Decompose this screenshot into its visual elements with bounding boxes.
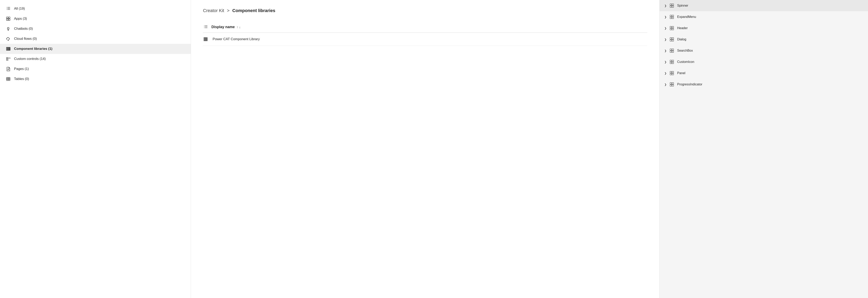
svg-rect-63	[670, 73, 672, 75]
svg-rect-61	[670, 71, 672, 73]
list-icon	[6, 6, 11, 11]
component-libraries-icon	[6, 46, 11, 52]
svg-rect-40	[672, 6, 674, 7]
panel-component-icon	[670, 71, 674, 76]
svg-rect-7	[8, 17, 10, 19]
svg-rect-49	[670, 37, 672, 39]
sidebar-item-pages[interactable]: Pages (1)	[0, 64, 191, 74]
panel-item-dialog[interactable]: ❯ Dialog	[659, 34, 868, 45]
panel-item-header-label: Header	[677, 26, 687, 30]
svg-rect-65	[670, 83, 672, 84]
sidebar-item-custom-controls[interactable]: Abc Custom controls (14)	[0, 54, 191, 64]
svg-rect-62	[672, 71, 674, 73]
breadcrumb-link[interactable]: Creator Kit	[203, 8, 224, 13]
svg-rect-8	[6, 19, 8, 21]
svg-rect-43	[670, 17, 672, 19]
panel-item-expandmenu[interactable]: ❯ ExpandMenu	[659, 11, 868, 23]
main-content: Creator Kit > Component libraries Displa…	[191, 0, 659, 298]
sidebar-item-cloud-flows-label: Cloud flows (0)	[14, 37, 37, 41]
svg-rect-55	[670, 51, 672, 53]
sidebar-item-chatbots[interactable]: Chatbots (0)	[0, 24, 191, 34]
app-layout: All (19) Apps (3)	[0, 0, 868, 298]
svg-rect-50	[672, 37, 674, 39]
svg-rect-54	[672, 49, 674, 51]
column-list-icon	[203, 24, 209, 30]
chevron-right-icon: ❯	[664, 38, 666, 41]
svg-rect-34	[205, 37, 206, 41]
panel-item-panel-label: Panel	[677, 71, 685, 75]
breadcrumb-current: Component libraries	[232, 8, 275, 13]
cloud-flows-icon	[6, 36, 11, 41]
svg-rect-66	[672, 83, 674, 84]
chevron-right-icon: ❯	[664, 49, 666, 52]
svg-rect-64	[672, 73, 674, 75]
svg-rect-42	[672, 15, 674, 17]
panel-item-spinner[interactable]: ❯ Spinner	[659, 0, 868, 11]
sidebar-item-tables-label: Tables (0)	[14, 77, 29, 81]
svg-text:Abc: Abc	[8, 57, 10, 59]
panel-item-searchbox[interactable]: ❯ SearchBox	[659, 45, 868, 56]
breadcrumb: Creator Kit > Component libraries	[203, 8, 647, 13]
svg-rect-17	[6, 57, 8, 59]
sidebar-item-apps[interactable]: Apps (3)	[0, 14, 191, 24]
svg-rect-6	[6, 17, 8, 19]
svg-rect-58	[672, 60, 674, 62]
panel-item-progressindicator[interactable]: ❯ ProgressIndicator	[659, 79, 868, 90]
svg-rect-59	[670, 62, 672, 64]
svg-rect-36	[207, 37, 207, 41]
svg-rect-13	[6, 47, 7, 50]
panel-item-dialog-label: Dialog	[677, 37, 686, 41]
dialog-component-icon	[670, 37, 674, 42]
right-panel: ❯ Spinner ❯ ExpandM	[659, 0, 868, 298]
custom-controls-icon: Abc	[6, 56, 11, 61]
svg-rect-15	[9, 47, 9, 50]
sidebar-item-cloud-flows[interactable]: Cloud flows (0)	[0, 34, 191, 44]
panel-item-searchbox-label: SearchBox	[677, 49, 693, 53]
chatbots-icon	[6, 26, 11, 31]
svg-rect-53	[670, 49, 672, 51]
sidebar-item-all[interactable]: All (19)	[0, 4, 191, 14]
customicon-component-icon	[670, 59, 674, 64]
expandmenu-component-icon	[670, 14, 674, 19]
chevron-right-icon: ❯	[664, 83, 666, 86]
table-row[interactable]: Power CAT Component Library	[203, 33, 647, 46]
column-display-name[interactable]: Display name ↑ ↓	[211, 25, 241, 29]
sidebar-item-pages-label: Pages (1)	[14, 67, 29, 71]
sidebar-item-component-libraries[interactable]: Component libraries (1)	[0, 44, 191, 54]
svg-rect-33	[204, 37, 205, 41]
sort-arrows[interactable]: ↑ ↓	[237, 25, 241, 29]
panel-item-customicon[interactable]: ❯ CustomIcon	[659, 56, 868, 67]
sidebar-item-tables[interactable]: Tables (0)	[0, 74, 191, 84]
svg-rect-60	[672, 62, 674, 64]
panel-item-expandmenu-label: ExpandMenu	[677, 15, 696, 19]
apps-icon	[6, 16, 11, 21]
panel-item-header[interactable]: ❯ Header	[659, 23, 868, 34]
panel-item-panel[interactable]: ❯ Panel	[659, 67, 868, 79]
svg-rect-46	[672, 26, 674, 28]
svg-rect-56	[672, 51, 674, 53]
svg-rect-16	[10, 47, 10, 50]
svg-rect-68	[672, 85, 674, 86]
sidebar-item-component-libraries-label: Component libraries (1)	[14, 47, 53, 51]
panel-item-progressindicator-label: ProgressIndicator	[677, 83, 702, 86]
breadcrumb-separator: >	[227, 8, 229, 13]
svg-rect-35	[206, 37, 207, 41]
svg-rect-41	[670, 15, 672, 17]
svg-rect-47	[670, 28, 672, 30]
chevron-right-icon: ❯	[664, 72, 666, 75]
pages-icon	[6, 66, 11, 71]
svg-rect-37	[670, 4, 672, 5]
svg-rect-48	[672, 28, 674, 30]
chevron-right-icon: ❯	[664, 4, 666, 7]
svg-rect-14	[8, 47, 8, 50]
sidebar-item-chatbots-label: Chatbots (0)	[14, 27, 33, 31]
svg-rect-44	[672, 17, 674, 19]
sort-up-arrow: ↑	[237, 25, 238, 29]
chevron-right-icon: ❯	[664, 16, 666, 19]
svg-rect-67	[670, 85, 672, 86]
panel-item-customicon-label: CustomIcon	[677, 60, 694, 64]
chevron-right-icon: ❯	[664, 60, 666, 63]
header-component-icon	[670, 26, 674, 31]
svg-rect-18	[6, 59, 8, 60]
svg-rect-51	[670, 39, 672, 41]
